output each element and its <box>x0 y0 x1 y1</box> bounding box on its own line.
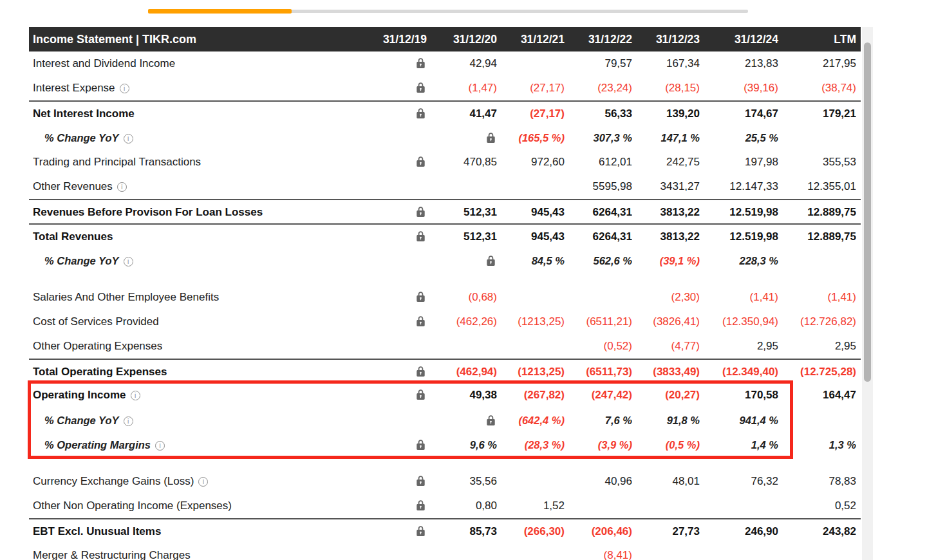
table-row[interactable]: Revenues Before Provison For Loan Losses… <box>29 199 861 223</box>
info-icon[interactable]: i <box>131 391 140 400</box>
column-header-31-12-21: 31/12/21 <box>497 27 565 51</box>
lock-icon[interactable] <box>370 310 427 334</box>
table-row[interactable]: Currency Exchange Gains (Loss)i35,5640,9… <box>29 469 861 494</box>
info-icon[interactable]: i <box>117 182 127 192</box>
info-icon[interactable]: i <box>155 441 165 451</box>
lock-icon[interactable] <box>370 51 427 76</box>
table-row[interactable]: Interest and Dividend Income42,9479,5716… <box>29 51 861 76</box>
row-label[interactable]: Revenues Before Provison For Loan Losses <box>29 200 370 223</box>
vertical-scrollbar-track[interactable] <box>862 27 873 560</box>
lock-icon[interactable] <box>370 360 427 383</box>
row-label[interactable]: Interest and Dividend Income <box>29 51 370 76</box>
row-label-text: % Change YoY <box>44 415 119 426</box>
table-row[interactable]: Operating Incomei49,38(267,82)(247,42)(2… <box>29 383 861 407</box>
row-label[interactable]: Total Operating Expenses <box>29 360 370 383</box>
value-cell: (27,17) <box>497 76 565 100</box>
row-label-text: Total Operating Expenses <box>33 366 167 378</box>
value-cell: (3833,49) <box>632 360 700 383</box>
row-label[interactable]: EBT Excl. Unusual Items <box>29 519 370 543</box>
info-icon[interactable]: i <box>198 477 208 487</box>
value-cell: 35,56 <box>427 469 497 494</box>
table-row[interactable]: Net Interest Income41,47(27,17)56,33139,… <box>29 100 861 125</box>
table-row[interactable]: Interest Expensei(1,47)(27,17)(23,24)(28… <box>29 76 861 100</box>
info-icon[interactable]: i <box>120 84 129 93</box>
row-label[interactable]: Net Interest Income <box>29 102 370 125</box>
table-row[interactable]: Trading and Principal Transactions470,85… <box>29 150 861 174</box>
row-label[interactable]: Salaries And Other Employee Benefits <box>29 285 370 310</box>
table-row[interactable]: Total Operating Expenses(462,94)(1213,25… <box>29 359 861 383</box>
table-row[interactable]: Other Non Operating Income (Expenses)0,8… <box>29 494 861 518</box>
value-cell <box>497 469 565 494</box>
row-label[interactable]: Other Operating Expenses <box>29 334 370 359</box>
table-row[interactable]: % Change YoYi84,5 %562,6 %(39,1 %)228,3 … <box>29 248 861 273</box>
value-cell: 2,95 <box>700 334 778 359</box>
row-label[interactable]: % Change YoYi <box>29 408 370 433</box>
lock-icon[interactable] <box>370 225 427 248</box>
value-cell: 174,67 <box>700 102 778 125</box>
table-row[interactable]: Cost of Services Provided(462,26)(1213,2… <box>29 310 861 334</box>
value-cell: 2,95 <box>778 334 856 359</box>
value-cell: (206,46) <box>565 519 632 543</box>
value-cell: 6264,31 <box>565 200 632 223</box>
lock-icon[interactable] <box>427 126 497 150</box>
table-row[interactable]: Other Revenuesi5595,983431,2712.147,3312… <box>29 174 861 199</box>
row-label[interactable]: Other Revenuesi <box>29 174 370 199</box>
lock-icon[interactable] <box>427 408 497 433</box>
row-label[interactable]: Merger & Restructuring Charges <box>29 543 370 560</box>
lock-icon[interactable] <box>370 383 427 407</box>
row-label[interactable]: Other Non Operating Income (Expenses) <box>29 494 370 518</box>
lock-icon[interactable] <box>370 433 427 457</box>
lock-icon[interactable] <box>370 285 427 310</box>
info-icon[interactable]: i <box>124 134 133 144</box>
row-label[interactable]: Interest Expensei <box>29 76 370 100</box>
lock-icon[interactable] <box>370 469 427 494</box>
lock-icon[interactable] <box>370 76 427 100</box>
row-label[interactable]: Trading and Principal Transactions <box>29 150 370 174</box>
lock-icon[interactable] <box>370 102 427 125</box>
row-label-text: Currency Exchange Gains (Loss) <box>33 475 194 487</box>
row-label[interactable]: % Operating Marginsi <box>29 433 370 457</box>
row-label[interactable]: Operating Incomei <box>29 383 370 407</box>
table-row[interactable]: % Change YoYi(165,5 %)307,3 %147,1 %25,5… <box>29 126 861 150</box>
table-row[interactable]: Merger & Restructuring Charges(8,41) <box>29 543 861 560</box>
lock-icon[interactable] <box>427 248 497 273</box>
value-cell: (165,5 %) <box>497 126 565 150</box>
row-label[interactable]: Cost of Services Provided <box>29 310 370 334</box>
value-cell: (12.349,40) <box>700 360 778 383</box>
row-label[interactable]: % Change YoYi <box>29 126 370 150</box>
value-cell: 0,80 <box>427 494 497 518</box>
lock-icon[interactable] <box>370 494 427 518</box>
value-cell <box>700 494 778 518</box>
table-row[interactable]: Salaries And Other Employee Benefits(0,6… <box>29 285 861 310</box>
row-label[interactable]: Currency Exchange Gains (Loss)i <box>29 469 370 494</box>
horizontal-scrollbar-thumb[interactable] <box>148 9 292 14</box>
value-cell: 12.889,75 <box>778 200 856 223</box>
lock-icon[interactable] <box>370 150 427 174</box>
value-cell: (1213,25) <box>497 310 565 334</box>
row-label-text: Revenues Before Provison For Loan Losses <box>33 206 263 218</box>
vertical-scrollbar-thumb[interactable] <box>864 42 871 382</box>
lock-icon[interactable] <box>370 200 427 223</box>
value-cell: (28,3 %) <box>497 433 565 457</box>
table-row[interactable]: Total Revenues512,31945,436264,313813,22… <box>29 223 861 248</box>
table-row[interactable]: % Change YoYi(642,4 %)7,6 %91,8 %941,4 % <box>29 408 861 433</box>
value-cell: 945,43 <box>497 200 565 223</box>
row-label-text: % Change YoY <box>44 132 119 144</box>
value-cell: 246,90 <box>700 519 778 543</box>
table-row[interactable]: EBT Excl. Unusual Items85,73(266,30)(206… <box>29 518 861 543</box>
value-cell <box>565 285 632 310</box>
table-body: Interest and Dividend Income42,9479,5716… <box>29 51 861 560</box>
info-icon[interactable]: i <box>124 416 133 426</box>
value-cell: 972,60 <box>497 150 565 174</box>
value-cell: 76,32 <box>700 469 778 494</box>
value-cell: 562,6 % <box>565 248 632 273</box>
row-label[interactable]: % Change YoYi <box>29 248 370 273</box>
lock-icon[interactable] <box>370 519 427 543</box>
value-cell: (267,82) <box>497 383 565 407</box>
horizontal-scrollbar-track[interactable] <box>148 10 748 13</box>
info-icon[interactable]: i <box>124 257 133 266</box>
row-label[interactable]: Total Revenues <box>29 225 370 248</box>
table-row[interactable]: % Operating Marginsi9,6 %(28,3 %)(3,9 %)… <box>29 433 861 457</box>
value-cell <box>778 543 856 560</box>
table-row[interactable]: Other Operating Expenses(0,52)(4,77)2,95… <box>29 334 861 359</box>
